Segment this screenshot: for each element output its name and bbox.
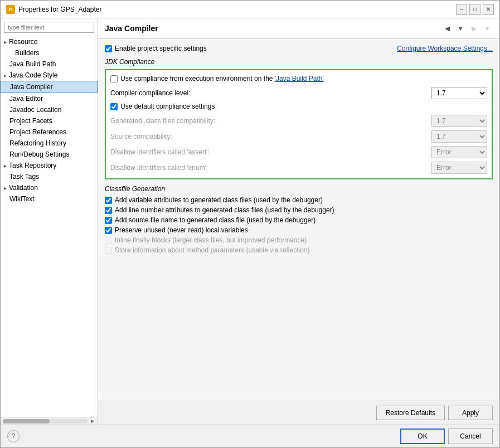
very-bottom-bar: ? OK Cancel [1, 425, 499, 447]
close-button[interactable]: ✕ [483, 4, 494, 15]
classfile-label-1[interactable]: Add variable attributes to generated cla… [115, 196, 323, 204]
use-default-compliance-label[interactable]: Use default compliance settings [120, 103, 215, 110]
ok-cancel-buttons: OK Cancel [400, 428, 493, 444]
sidebar-item-label: Java Editor [9, 95, 43, 103]
title-bar: P Properties for GPS_Adapter – □ ✕ [1, 1, 499, 18]
cancel-button[interactable]: Cancel [448, 428, 493, 444]
classfile-item-3: Add source file name to generated class … [105, 216, 493, 224]
use-compliance-row: Use compliance from execution environmen… [110, 75, 487, 82]
classfile-checkbox-2[interactable] [105, 207, 112, 214]
sidebar-item-task-tags[interactable]: Task Tags [1, 171, 98, 182]
enable-settings-label[interactable]: Enable project specific settings [105, 45, 207, 52]
window-title: Properties for GPS_Adapter [18, 6, 101, 13]
sidebar-item-label: Validation [9, 184, 38, 192]
sidebar-item-task-repository[interactable]: ▸ Task Repository [1, 160, 98, 171]
source-compat-label: Source compatibility: [110, 133, 172, 140]
sidebar-items: ▸ Resource Builders Java Build Path ▸ Ja… [1, 36, 98, 417]
sidebar-scroll-thumb[interactable] [3, 419, 50, 423]
enable-settings-row: Enable project specific settings Configu… [105, 45, 493, 52]
disallow-assert-label: Disallow identifiers called 'assert': [110, 148, 210, 156]
classfile-checkbox-6[interactable] [105, 247, 112, 254]
forward-button[interactable]: ▶ [468, 23, 479, 34]
ok-button[interactable]: OK [400, 428, 445, 444]
use-default-compliance-checkbox[interactable] [110, 103, 118, 110]
classfile-item-1: Add variable attributes to generated cla… [105, 196, 493, 204]
classfile-item-4: Preserve unused (never read) local varia… [105, 226, 493, 234]
jdk-section-title: JDK Compliance [105, 58, 493, 66]
configure-workspace-link[interactable]: Configure Workspace Settings... [397, 45, 493, 52]
generated-class-select[interactable]: 1.7 [431, 115, 487, 127]
disallow-assert-row: Disallow identifiers called 'assert': Er… [110, 146, 487, 158]
sidebar-item-java-build-path[interactable]: Java Build Path [1, 59, 98, 70]
classfile-checkbox-5[interactable] [105, 237, 112, 244]
enable-settings-checkbox[interactable] [105, 45, 112, 52]
sidebar-scrollbar[interactable]: ► [1, 417, 98, 425]
sidebar-item-java-editor[interactable]: Java Editor [1, 93, 98, 104]
classfile-label-5[interactable]: Inline finally blocks (larger class file… [115, 236, 307, 244]
classfile-label-6[interactable]: Store information about method parameter… [115, 246, 310, 254]
window-icon: P [6, 5, 15, 14]
classfile-label-3[interactable]: Add source file name to generated class … [115, 216, 315, 224]
apply-button[interactable]: Apply [448, 406, 493, 420]
sidebar-item-java-compiler[interactable]: Java Compiler [1, 81, 98, 93]
arrow-icon: ▸ [4, 163, 7, 169]
disallow-enum-row: Disallow identifiers called 'enum': Erro… [110, 162, 487, 174]
sidebar-item-label: Project References [9, 128, 66, 136]
classfile-checkbox-3[interactable] [105, 217, 112, 224]
sidebar-item-label: Java Code Style [9, 71, 57, 79]
sidebar-item-resource[interactable]: ▸ Resource [1, 36, 98, 47]
classfile-item-2: Add line number attributes to generated … [105, 206, 493, 214]
source-compat-select[interactable]: 1.7 [431, 130, 487, 143]
sidebar-item-project-facets[interactable]: Project Facets [1, 115, 98, 126]
help-icon: ? [12, 432, 16, 440]
disallow-enum-select[interactable]: Error [431, 162, 487, 174]
sidebar-item-run-debug-settings[interactable]: Run/Debug Settings [1, 149, 98, 160]
sidebar-item-java-code-style[interactable]: ▸ Java Code Style [1, 70, 98, 81]
sidebar-item-project-references[interactable]: Project References [1, 126, 98, 138]
sidebar-item-javadoc-location[interactable]: Javadoc Location [1, 104, 98, 115]
classfile-section: Classfile Generation Add variable attrib… [105, 185, 493, 254]
classfile-item-5: Inline finally blocks (larger class file… [105, 236, 493, 244]
minimize-button[interactable]: – [456, 4, 467, 15]
sidebar-item-refactoring-history[interactable]: Refactoring History [1, 138, 98, 149]
filter-input[interactable] [4, 22, 94, 33]
title-controls: – □ ✕ [456, 4, 494, 15]
disallow-assert-select[interactable]: Error [431, 146, 487, 158]
sidebar-item-label: Resource [9, 38, 37, 46]
classfile-checkbox-1[interactable] [105, 197, 112, 204]
sidebar-item-wikitext[interactable]: WikiText [1, 193, 98, 204]
sidebar-item-validation[interactable]: ▸ Validation [1, 182, 98, 193]
sidebar-item-label: Java Build Path [9, 60, 56, 68]
sidebar-item-label: Refactoring History [9, 139, 66, 147]
sidebar-item-builders[interactable]: Builders [1, 47, 98, 59]
compiler-compliance-select[interactable]: 1.7 1.6 1.5 [431, 87, 487, 99]
classfile-label-4[interactable]: Preserve unused (never read) local varia… [115, 226, 248, 234]
back-button[interactable]: ◀ [441, 23, 453, 34]
use-compliance-checkbox[interactable] [110, 75, 118, 82]
title-bar-left: P Properties for GPS_Adapter [6, 5, 101, 14]
scroll-right-arrow[interactable]: ► [90, 418, 95, 424]
sidebar-item-label: WikiText [9, 195, 35, 203]
sidebar-item-label: Javadoc Location [9, 106, 61, 114]
maximize-button[interactable]: □ [469, 4, 480, 15]
panel-header: Java Compiler ◀ ▼ ▶ ▼ [98, 18, 499, 39]
generated-class-label: Generated .class files compatibility: [110, 117, 215, 125]
classfile-label-2[interactable]: Add line number attributes to generated … [115, 206, 334, 214]
classfile-checkbox-4[interactable] [105, 227, 112, 234]
help-button[interactable]: ? [7, 430, 20, 442]
restore-defaults-button[interactable]: Restore Defaults [376, 406, 445, 420]
main-window: P Properties for GPS_Adapter – □ ✕ ▸ Res… [0, 0, 500, 448]
sidebar-item-label: Project Facets [9, 117, 52, 125]
use-default-compliance-row: Use default compliance settings [110, 103, 487, 110]
classfile-title: Classfile Generation [105, 185, 493, 193]
nav-dropdown-back[interactable]: ▼ [455, 23, 466, 34]
classfile-item-6: Store information about method parameter… [105, 246, 493, 254]
bottom-bar: Restore Defaults Apply [98, 401, 499, 425]
main-content: ▸ Resource Builders Java Build Path ▸ Ja… [1, 18, 499, 425]
use-compliance-label[interactable]: Use compliance from execution environmen… [120, 75, 324, 82]
disallow-enum-label: Disallow identifiers called 'enum': [110, 164, 208, 172]
nav-dropdown-forward[interactable]: ▼ [482, 23, 493, 34]
java-build-path-link[interactable]: 'Java Build Path' [275, 75, 324, 82]
right-panel: Java Compiler ◀ ▼ ▶ ▼ Enable project spe… [98, 18, 499, 425]
compiler-compliance-label: Compiler compliance level: [110, 89, 190, 97]
